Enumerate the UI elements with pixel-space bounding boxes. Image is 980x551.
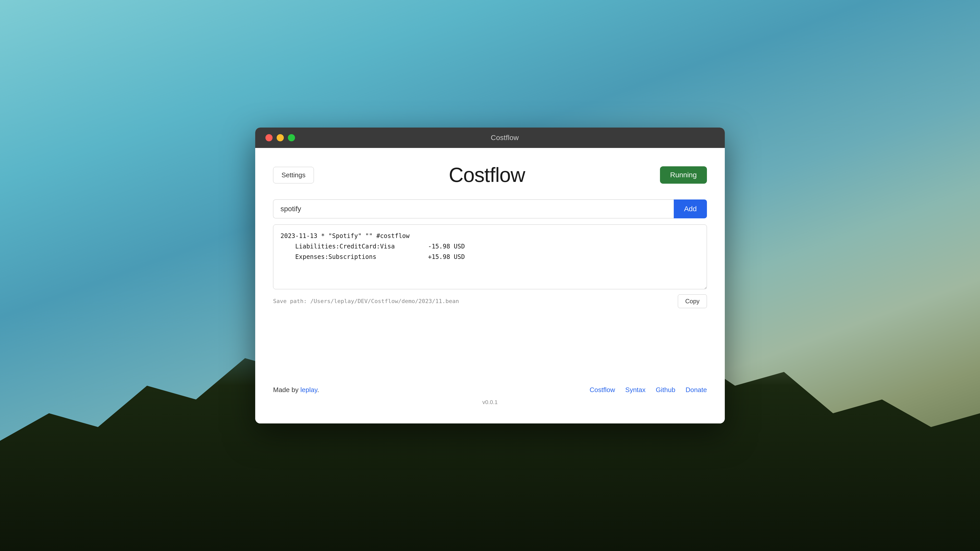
footer-link-costflow[interactable]: Costflow <box>590 386 615 394</box>
footer-made-by: Made by leplay. <box>273 386 319 394</box>
add-button[interactable]: Add <box>674 200 707 218</box>
maximize-button[interactable] <box>288 134 295 141</box>
footer: Made by leplay. Costflow Syntax Github D… <box>273 386 707 399</box>
save-path-text: Save path: /Users/leplay/DEV/Costflow/de… <box>273 298 459 304</box>
traffic-lights <box>266 134 295 141</box>
app-title: Costflow <box>449 163 525 187</box>
app-window: Costflow Settings Costflow Running Add 2… <box>255 127 725 424</box>
titlebar-title: Costflow <box>295 134 714 142</box>
window-content: Settings Costflow Running Add 2023-11-13… <box>255 148 725 424</box>
spacer <box>273 318 707 386</box>
output-textarea[interactable]: 2023-11-13 * "Spotify" "" #costflow Liab… <box>273 224 707 289</box>
header-row: Settings Costflow Running <box>273 163 707 187</box>
minimize-button[interactable] <box>277 134 284 141</box>
running-button[interactable]: Running <box>660 166 707 184</box>
copy-button[interactable]: Copy <box>678 294 707 308</box>
version-row: v0.0.1 <box>273 399 707 408</box>
version-label: v0.0.1 <box>482 399 498 405</box>
footer-link-donate[interactable]: Donate <box>686 386 707 394</box>
footer-link-github[interactable]: Github <box>656 386 676 394</box>
save-path-row: Save path: /Users/leplay/DEV/Costflow/de… <box>273 294 707 308</box>
close-button[interactable] <box>266 134 272 141</box>
footer-link-syntax[interactable]: Syntax <box>625 386 646 394</box>
footer-links: Costflow Syntax Github Donate <box>590 386 707 394</box>
titlebar: Costflow <box>255 127 725 148</box>
made-by-label: Made by <box>273 386 301 394</box>
period: . <box>317 386 319 394</box>
settings-button[interactable]: Settings <box>273 167 314 183</box>
made-by-link[interactable]: leplay <box>301 386 317 394</box>
input-row: Add <box>273 200 707 218</box>
search-input[interactable] <box>273 200 674 218</box>
